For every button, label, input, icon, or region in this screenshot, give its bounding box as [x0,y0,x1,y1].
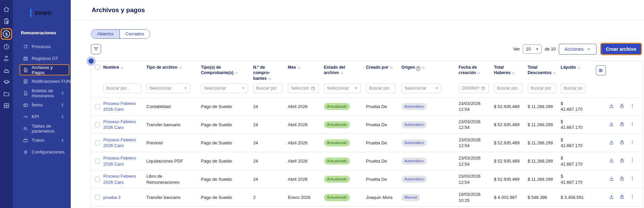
sidebar-item-configuraciones[interactable]: Configuraciones [13,146,71,158]
sort-icon[interactable]: ↑↓ [121,66,123,69]
sort-icon[interactable]: ↑↓ [268,77,271,80]
sidebar-item-label: Notificaciones FUN [32,79,71,84]
kebab-menu-button[interactable] [630,194,635,201]
filter-total-descuentos-input[interactable] [528,83,555,93]
sort-icon[interactable]: ↑↓ [297,66,300,69]
create-file-button[interactable]: Crear archivo [601,44,641,54]
column-settings-button[interactable] [596,65,606,75]
filter-tipo-s-de-comprobante-s-select[interactable]: Seleccionar▼ [201,83,248,93]
kebab-menu-button[interactable] [630,176,635,183]
row-checkbox[interactable] [95,195,100,200]
rail-item-dollar-circle[interactable]: $ [1,28,12,40]
rail-item-clock[interactable] [3,43,10,50]
sort-icon[interactable]: ↑↓ [577,66,580,69]
page-size-select[interactable]: 10 ▼ [523,44,542,54]
sidebar-item-procesos[interactable]: Procesos [13,41,71,53]
cell-tipo-comprobante: Pago de Sueldo [198,207,251,208]
filter-mes-datepicker[interactable]: Seleccionar [288,83,319,93]
sort-icon[interactable]: ↑↓ [235,71,237,75]
onboarding-beacon[interactable] [87,57,96,66]
tab-abiertos[interactable]: Abiertos [91,30,120,38]
filter-total-haberes-input[interactable] [494,83,522,93]
controls-row: Ver 10 ▼ de 10 Acciones Crear archivo [91,43,642,55]
sort-icon[interactable]: ↑↓ [512,71,515,75]
sort-icon[interactable]: ↑↓ [477,71,480,75]
sidebar-item-kpi[interactable]: KPI [13,111,71,123]
cell-origen: Automático [399,115,456,134]
filter-tipo-de-archivo-select[interactable]: Seleccionar▼ [147,83,190,93]
cell-n-comprobantes: 24 [251,170,285,188]
cell-fecha-creacion: 19/03/202610:25 [456,188,491,207]
download-button[interactable] [609,103,614,110]
rail-item-cabinet[interactable] [3,102,10,109]
download-button[interactable] [609,158,614,165]
sidebar-item-archivos-y-pagos[interactable]: $Archivos y Pagos [20,64,69,75]
row-checkbox[interactable] [95,122,100,127]
sidebar-item-boletas-de-honorarios[interactable]: Boletas de Honorarios [13,87,71,99]
rail-item-graduation-cap[interactable] [3,79,10,85]
column-header-label: Líquido [561,65,576,70]
sidebar-item-label: Registros DT [32,56,58,61]
row-checkbox[interactable] [95,159,100,164]
filter-creado-por-input[interactable] [366,83,395,93]
rail-item-cake[interactable] [3,67,10,74]
tab-cerrados[interactable]: Cerrados [120,30,150,38]
lock-button[interactable] [619,194,625,201]
filter-cell-creado-por [363,82,399,98]
filter-fecha-de-creacion-datepicker[interactable]: DD/MM/YYYY [459,83,489,93]
sort-icon[interactable]: ↑↓ [422,66,424,69]
file-name-link[interactable]: prueba 3 [103,195,121,200]
filter-nombre-input[interactable] [103,83,141,93]
file-name-link[interactable]: Proceso Febrero 2026 Caro [103,155,136,167]
column-header-label: Tipo de archivo [147,65,178,70]
lock-button[interactable] [619,103,625,110]
download-button[interactable] [609,176,614,183]
filter-liquido-input[interactable] [561,83,586,93]
row-checkbox[interactable] [95,140,100,145]
download-icon [609,194,614,200]
sidebar-item-registros-dt[interactable]: Registros DT [13,53,71,64]
sidebar-item-tablas-de-parametros[interactable]: Tablas de parámetros [13,123,71,134]
file-name-link[interactable]: Proceso Febrero 2026 Caro [103,119,136,130]
lock-button[interactable] [619,158,625,165]
kebab-menu-button[interactable] [630,158,635,165]
sidebar-item-notificaciones-fun[interactable]: Notificaciones FUN [13,75,71,87]
pagination-actions-cluster: Ver 10 ▼ de 10 Acciones Crear archivo [513,43,642,55]
kebab-menu-button[interactable] [630,103,635,110]
select-all-checkbox[interactable] [95,65,100,70]
rail-item-clipboard-clock[interactable] [3,18,10,25]
download-icon [609,103,614,109]
building-icon [23,56,28,61]
filter-estado-del-archivo-select[interactable]: Seleccionar▼ [324,83,361,93]
download-button[interactable] [609,121,614,129]
rail-item-hand-heart[interactable] [3,55,10,62]
sort-icon[interactable]: ↑↓ [340,71,343,75]
sidebar-item-tratos[interactable]: Tratos [13,134,71,146]
filter-origen-select[interactable]: Seleccionar▼ [401,83,441,93]
filter-button[interactable] [91,44,101,54]
download-button[interactable] [609,139,614,147]
file-name-link[interactable]: Proceso Febrero 2026 Caro [103,101,136,112]
kebab-menu-button[interactable] [630,139,635,147]
help-icon[interactable]: ? [416,66,420,71]
lock-button[interactable] [619,121,625,129]
cell-origen: Automático [399,170,456,188]
file-name-link[interactable]: Proceso Febrero 2026 Caro [103,174,136,185]
sort-icon[interactable]: ↑↓ [553,71,555,75]
chevron-left-icon [60,91,65,96]
kebab-menu-button[interactable] [630,121,635,129]
sort-icon[interactable]: ↑↓ [390,66,392,69]
filter-n-de-compro-bantes-input[interactable] [253,83,282,93]
row-checkbox[interactable] [95,177,100,182]
download-button[interactable] [609,194,614,201]
sidebar-item-items[interactable]: Ítems [13,99,71,111]
file-name-link[interactable]: Proceso Febrero 2026 Caro [103,137,136,148]
actions-button[interactable]: Acciones [559,44,597,55]
cell-tipo-archivo: Transfer bancario [144,188,198,207]
lock-button[interactable] [619,139,625,147]
sort-icon[interactable]: ↑↓ [179,66,182,69]
row-checkbox[interactable] [95,104,100,109]
lock-button[interactable] [619,176,625,183]
rail-item-folder[interactable] [3,91,10,97]
rail-item-home[interactable] [3,6,10,13]
